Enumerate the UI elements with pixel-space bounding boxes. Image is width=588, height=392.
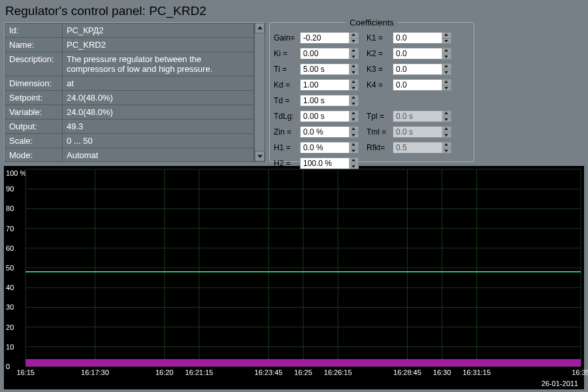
- info-scroll-area[interactable]: Id:РС_КРД2Name:PC_KRD2Description:The pr…: [5, 23, 254, 161]
- spinner-down-button[interactable]: [442, 86, 451, 91]
- info-label: Setpoint:: [5, 91, 63, 105]
- coeff-spinner[interactable]: [300, 142, 359, 154]
- spinner-up-button[interactable]: [442, 64, 451, 70]
- spinner-up-button[interactable]: [350, 142, 358, 148]
- coeff-input[interactable]: [393, 80, 442, 90]
- coeff-input[interactable]: [393, 33, 442, 43]
- info-label: Dimension:: [5, 76, 63, 91]
- coeff-input[interactable]: [301, 142, 349, 153]
- info-value: PC_KRD2: [63, 38, 254, 52]
- coeff-row: [367, 93, 451, 108]
- spinner-up-button[interactable]: [350, 158, 358, 164]
- spinner-up-button[interactable]: [350, 33, 358, 39]
- svg-text:90: 90: [6, 185, 14, 193]
- spinner-buttons[interactable]: [349, 64, 358, 74]
- info-panel: Id:РС_КРД2Name:PC_KRD2Description:The pr…: [4, 22, 265, 162]
- info-scrollbar[interactable]: [254, 23, 265, 161]
- spinner-buttons[interactable]: [349, 111, 358, 122]
- coeff-spinner[interactable]: [300, 110, 359, 122]
- coeff-spinner[interactable]: [393, 32, 451, 44]
- chart-x-axis: 16:1516:17:3016:2016:21:1516:23:4516:251…: [5, 369, 583, 380]
- coeff-spinner[interactable]: [300, 95, 359, 106]
- coeff-row: TdLg:: [274, 109, 359, 123]
- info-label: Mode:: [5, 148, 63, 162]
- coeff-row: Zin =: [274, 125, 359, 139]
- info-label: Variable:: [5, 105, 63, 120]
- spinner-down-button[interactable]: [442, 70, 451, 75]
- scroll-down-button[interactable]: [255, 151, 265, 161]
- info-row: Name:PC_KRD2: [5, 38, 254, 52]
- spinner-up-button[interactable]: [350, 127, 358, 133]
- spinner-down-button[interactable]: [350, 148, 358, 154]
- spinner-down-button[interactable]: [442, 39, 451, 44]
- spinner-up-button[interactable]: [442, 48, 451, 54]
- info-value: 24.0(48.0%): [63, 91, 254, 105]
- coeff-spinner[interactable]: [300, 126, 359, 138]
- coeff-spinner[interactable]: [300, 32, 359, 44]
- spinner-up-button[interactable]: [350, 64, 358, 70]
- spinner-down-button[interactable]: [350, 117, 358, 122]
- spinner-up-button[interactable]: [350, 48, 358, 54]
- spinner-buttons[interactable]: [349, 80, 358, 90]
- coeff-label: K2 =: [367, 49, 393, 58]
- spinner-down-button[interactable]: [350, 39, 358, 44]
- info-row: Id:РС_КРД2: [5, 24, 254, 38]
- spinner-down-button[interactable]: [350, 101, 358, 106]
- coeff-label: Td =: [274, 96, 300, 105]
- coeff-input[interactable]: [301, 48, 349, 59]
- coeff-spinner[interactable]: [393, 63, 451, 75]
- coeff-spinner[interactable]: [300, 79, 359, 91]
- spinner-down-button[interactable]: [350, 133, 358, 138]
- spinner-buttons[interactable]: [349, 33, 358, 43]
- spinner-up-button[interactable]: [442, 80, 451, 86]
- svg-text:70: 70: [6, 225, 14, 233]
- spinner-buttons[interactable]: [442, 64, 451, 74]
- coeff-spinner[interactable]: [300, 63, 359, 75]
- svg-text:60: 60: [6, 244, 14, 252]
- coeff-input[interactable]: [301, 95, 349, 106]
- coefficients-panel: Coefficients Gain=Ki =Ti =Kd =Td =TdLg:Z…: [269, 22, 474, 162]
- spinner-down-button[interactable]: [350, 70, 358, 75]
- x-tick-label: 16:25: [294, 368, 312, 376]
- coeff-input[interactable]: [301, 64, 349, 74]
- coeff-row: Tml =: [367, 125, 451, 139]
- svg-text:0: 0: [6, 363, 10, 369]
- spinner-up-button[interactable]: [350, 80, 358, 86]
- coeff-input[interactable]: [301, 80, 349, 90]
- coeff-spinner[interactable]: [393, 48, 451, 59]
- spinner-up-button: [442, 111, 451, 117]
- coeff-spinner[interactable]: [300, 48, 359, 59]
- coeff-spinner: [393, 142, 451, 154]
- spinner-buttons[interactable]: [349, 142, 358, 153]
- coeff-input[interactable]: [393, 64, 442, 74]
- coeff-row: Tpl =: [367, 109, 451, 123]
- spinner-up-button[interactable]: [350, 111, 358, 117]
- spinner-down-button[interactable]: [442, 54, 451, 59]
- spinner-buttons[interactable]: [349, 95, 358, 106]
- spinner-buttons[interactable]: [349, 127, 358, 137]
- spinner-buttons[interactable]: [442, 80, 451, 90]
- x-tick-label: 16:15: [16, 368, 35, 376]
- spinner-up-button: [442, 127, 451, 133]
- spinner-up-button: [442, 142, 451, 148]
- coeff-input[interactable]: [301, 111, 349, 122]
- info-row: Variable:24.0(48.0%): [5, 105, 254, 120]
- scrollbar-track[interactable]: [255, 33, 265, 151]
- spinner-down-button[interactable]: [350, 54, 358, 59]
- coeff-input[interactable]: [393, 48, 442, 59]
- spinner-buttons[interactable]: [442, 33, 451, 43]
- spinner-down-button[interactable]: [350, 86, 358, 91]
- trend-chart: 100 %9080706050403020100 16:1516:17:3016…: [4, 166, 584, 389]
- info-row: Output:49.3: [5, 120, 254, 134]
- svg-rect-35: [25, 359, 581, 367]
- chart-plot-area[interactable]: 100 %9080706050403020100: [5, 167, 583, 369]
- coeff-input[interactable]: [301, 127, 349, 137]
- coeff-spinner[interactable]: [393, 79, 451, 91]
- spinner-buttons[interactable]: [349, 48, 358, 59]
- coeff-label: K3 =: [367, 65, 393, 74]
- scroll-up-button[interactable]: [255, 23, 265, 33]
- spinner-buttons[interactable]: [442, 48, 451, 59]
- spinner-up-button[interactable]: [350, 95, 358, 101]
- coeff-input[interactable]: [301, 33, 349, 43]
- spinner-up-button[interactable]: [442, 33, 451, 39]
